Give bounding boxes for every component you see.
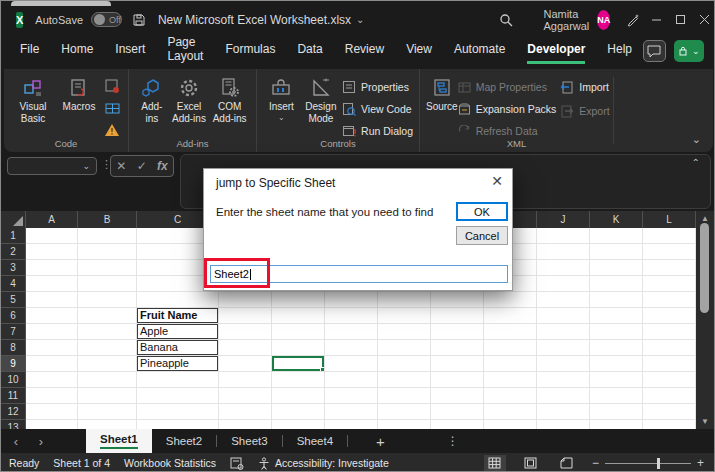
user-avatar[interactable]: NA	[597, 10, 610, 30]
vertical-scrollbar[interactable]: ▲ ▼	[696, 211, 714, 429]
row-header-11[interactable]: 11	[1, 388, 26, 404]
cancel-entry-icon[interactable]: ✕	[116, 159, 126, 173]
ribbon-tab-developer[interactable]: Developer	[516, 33, 596, 69]
cell-E13[interactable]	[272, 420, 325, 429]
cell-H7[interactable]	[431, 324, 484, 340]
row-header-7[interactable]: 7	[1, 324, 26, 340]
cell-G13[interactable]	[378, 420, 431, 429]
cell-J12[interactable]	[537, 404, 590, 420]
cell-A3[interactable]	[26, 260, 78, 276]
previous-sheet-icon[interactable]: ‹	[1, 434, 31, 449]
cell-I6[interactable]	[484, 308, 537, 324]
cell-B1[interactable]	[78, 228, 137, 244]
cell-H13[interactable]	[431, 420, 484, 429]
cell-C10[interactable]	[137, 372, 219, 388]
zoom-slider[interactable]: − +	[592, 456, 704, 470]
workbook-statistics[interactable]: Workbook Statistics	[124, 457, 216, 469]
cell-C5[interactable]	[137, 292, 219, 308]
cell-D10[interactable]	[219, 372, 272, 388]
cell-L11[interactable]	[643, 388, 696, 404]
cell-J9[interactable]	[537, 356, 590, 372]
row-header-1[interactable]: 1	[1, 228, 26, 244]
cell-J6[interactable]	[537, 308, 590, 324]
cell-K9[interactable]	[590, 356, 643, 372]
ribbon-tab-help[interactable]: Help	[596, 33, 643, 69]
sheet-bar-dots-icon[interactable]: ⋮	[447, 434, 459, 448]
column-header-B[interactable]: B	[78, 211, 137, 228]
zoom-out-icon[interactable]: −	[592, 456, 599, 470]
minimize-button[interactable]	[650, 6, 662, 33]
autosave-toggle[interactable]: Off	[91, 12, 122, 27]
cell-K8[interactable]	[590, 340, 643, 356]
cell-B9[interactable]	[78, 356, 137, 372]
cell-E6[interactable]	[272, 308, 325, 324]
ribbon-tab-file[interactable]: File	[9, 33, 50, 69]
cell-F13[interactable]	[325, 420, 378, 429]
column-header-A[interactable]: A	[26, 211, 78, 228]
page-layout-view-button[interactable]	[520, 455, 542, 471]
cell-D5[interactable]	[219, 292, 272, 308]
insert-control-button[interactable]: Insert ⌄	[263, 73, 300, 122]
cell-L10[interactable]	[643, 372, 696, 388]
cell-F12[interactable]	[325, 404, 378, 420]
zoom-track[interactable]	[605, 463, 691, 464]
ribbon-tab-automate[interactable]: Automate	[443, 33, 516, 69]
cell-B13[interactable]	[78, 420, 137, 429]
title-chevron-icon[interactable]: ⌄	[356, 14, 364, 25]
document-title[interactable]: New Microsoft Excel Worksheet.xlsx	[158, 13, 351, 27]
cell-C9[interactable]: Pineapple	[137, 356, 219, 372]
cell-H11[interactable]	[431, 388, 484, 404]
cell-F5[interactable]	[325, 292, 378, 308]
collapse-ribbon-icon[interactable]: ⌄	[692, 133, 701, 146]
cell-A6[interactable]	[26, 308, 78, 324]
cell-F9[interactable]	[325, 356, 378, 372]
cell-G12[interactable]	[378, 404, 431, 420]
zoom-in-icon[interactable]: +	[697, 456, 704, 470]
cell-G6[interactable]	[378, 308, 431, 324]
cell-L4[interactable]	[643, 276, 696, 292]
cell-C12[interactable]	[137, 404, 219, 420]
cell-I5[interactable]	[484, 292, 537, 308]
cell-B8[interactable]	[78, 340, 137, 356]
excel-add-ins-button[interactable]: Excel Add-ins	[169, 73, 210, 125]
column-header-J[interactable]: J	[537, 211, 590, 228]
cell-K1[interactable]	[590, 228, 643, 244]
column-header-K[interactable]: K	[590, 211, 643, 228]
row-header-12[interactable]: 12	[1, 404, 26, 420]
cell-H5[interactable]	[431, 292, 484, 308]
view-code-button[interactable]: View Code	[342, 99, 413, 119]
ribbon-tab-view[interactable]: View	[395, 33, 443, 69]
cell-L7[interactable]	[643, 324, 696, 340]
cell-B4[interactable]	[78, 276, 137, 292]
sheet-tab-sheet1[interactable]: Sheet1	[86, 429, 152, 453]
cell-B12[interactable]	[78, 404, 137, 420]
row-header-3[interactable]: 3	[1, 260, 26, 276]
cell-H10[interactable]	[431, 372, 484, 388]
cell-K5[interactable]	[590, 292, 643, 308]
cell-J7[interactable]	[537, 324, 590, 340]
enter-entry-icon[interactable]: ✓	[137, 159, 147, 173]
macro-recording-icon[interactable]	[230, 457, 244, 470]
ribbon-tab-page-layout[interactable]: Page Layout	[156, 33, 214, 69]
accessibility-status[interactable]: Accessibility: Investigate	[258, 457, 389, 470]
cell-C7[interactable]: Apple	[137, 324, 219, 340]
cell-E7[interactable]	[272, 324, 325, 340]
import-button[interactable]: Import	[560, 77, 609, 97]
cell-J10[interactable]	[537, 372, 590, 388]
cell-D9[interactable]	[219, 356, 272, 372]
sheet-tab-sheet2[interactable]: Sheet2	[152, 429, 216, 453]
visual-basic-button[interactable]: Visual Basic	[10, 73, 56, 125]
cell-I11[interactable]	[484, 388, 537, 404]
cell-D13[interactable]	[219, 420, 272, 429]
cell-A13[interactable]	[26, 420, 78, 429]
cell-D7[interactable]	[219, 324, 272, 340]
cell-K2[interactable]	[590, 244, 643, 260]
cell-K4[interactable]	[590, 276, 643, 292]
cell-F11[interactable]	[325, 388, 378, 404]
cell-I10[interactable]	[484, 372, 537, 388]
cell-G8[interactable]	[378, 340, 431, 356]
cell-F10[interactable]	[325, 372, 378, 388]
next-sheet-icon[interactable]: ›	[31, 434, 51, 449]
cell-L13[interactable]	[643, 420, 696, 429]
expand-formula-bar-icon[interactable]: ⌃	[692, 157, 700, 168]
